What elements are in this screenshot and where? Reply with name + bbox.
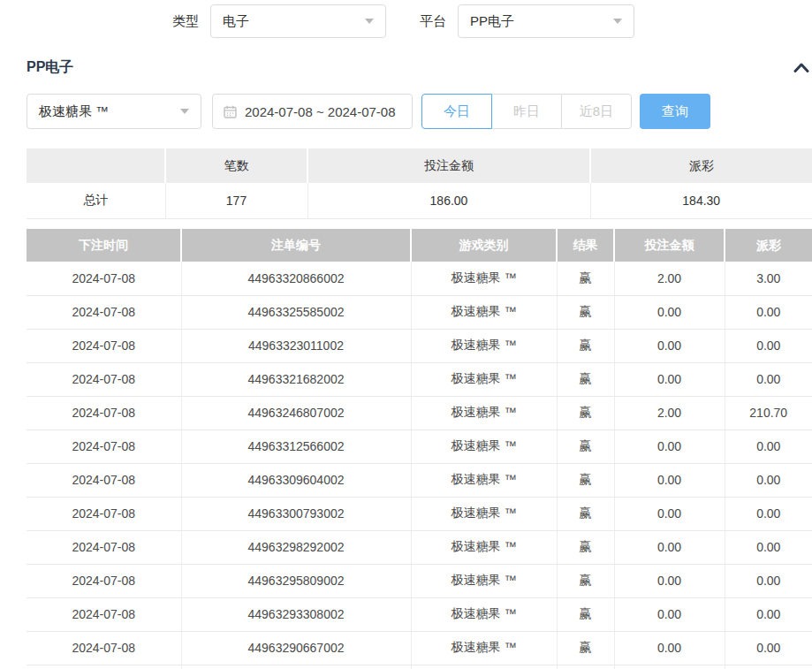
yesterday-button[interactable]: 昨日 [492,94,561,129]
bet-records-table: 下注时间 注单编号 游戏类别 结果 投注金额 派彩 2024-07-084496… [27,229,812,669]
controls-row: 极速糖果 ™ 2024-07-08 ~ 2024-07-08 今日 昨日 近8日… [0,94,812,129]
cell-payout: 0.00 [725,295,812,329]
cell-game-type [411,665,557,669]
bet-table-header-row: 下注时间 注单编号 游戏类别 结果 投注金额 派彩 [27,229,812,262]
cell-bet-amount: 0.00 [614,295,725,329]
cell-bet-id: 44963295809002 [181,564,411,597]
chevron-down-icon [365,19,374,24]
date-range-value: 2024-07-08 ~ 2024-07-08 [245,104,396,119]
cell-result: 赢 [557,463,614,497]
today-button[interactable]: 今日 [421,94,492,129]
cell-bet-time: 2024-07-08 [27,597,181,631]
summary-header-row: 笔数 投注金额 派彩 [27,148,812,183]
table-row: 2024-07-0844963312566002极速糖果 ™赢0.000.00 [27,430,812,463]
cell-bet-amount: 0.00 [614,564,725,597]
cell-game-type: 极速糖果 ™ [411,530,557,564]
cell-result: 赢 [557,329,614,362]
summary-header-bet-amount: 投注金额 [307,148,590,183]
cell-bet-amount: 0.00 [614,329,725,362]
header-result: 结果 [557,229,614,262]
cell-result: 赢 [557,396,614,430]
chevron-down-icon [613,19,622,24]
bet-table-body: 2024-07-0844963320866002极速糖果 ™赢2.003.002… [27,262,812,669]
cell-bet-id: 44963325585002 [181,295,411,329]
summary-table: 笔数 投注金额 派彩 总计 177 186.00 184.30 [27,148,812,219]
cell-payout: 0.00 [725,497,812,530]
cell-bet-time: 2024-07-08 [27,329,181,362]
cell-game-type: 极速糖果 ™ [411,564,557,597]
cell-bet-amount: 0.00 [614,530,725,564]
cell-result: 赢 [557,597,614,631]
summary-header-empty [27,148,165,183]
table-row: 2024-07-0844963300793002极速糖果 ™赢0.000.00 [27,497,812,530]
platform-label: 平台 [420,4,446,38]
collapse-section-button[interactable] [792,58,811,76]
cell-payout: 0.00 [725,597,812,631]
cell-bet-amount: 2.00 [614,262,725,295]
cell-game-type: 极速糖果 ™ [411,329,557,362]
table-row: 2024-07-0844963246807002极速糖果 ™赢2.00210.7… [27,396,812,430]
cell-bet-id: 44963321682002 [181,362,411,396]
cell-bet-amount: 0.00 [614,497,725,530]
cell-result: 赢 [557,631,614,665]
header-bet-id: 注单编号 [181,229,411,262]
cell-bet-amount: 0.00 [614,631,725,665]
cell-game-type: 极速糖果 ™ [411,463,557,497]
cell-payout [725,665,812,669]
cell-bet-amount [614,665,725,669]
cell-payout: 3.00 [725,262,812,295]
table-row: 2024-07-0844963293308002极速糖果 ™赢0.000.00 [27,597,812,631]
cell-bet-id: 44963309604002 [181,463,411,497]
cell-bet-amount: 2.00 [614,396,725,430]
cell-payout: 0.00 [725,463,812,497]
cell-payout: 0.00 [725,362,812,396]
last-8-days-button[interactable]: 近8日 [561,94,632,129]
cell-bet-amount: 0.00 [614,463,725,497]
cell-bet-id: 44963300793002 [181,497,411,530]
cell-bet-id: 44963320866002 [181,262,411,295]
cell-bet-id: 44963290667002 [181,631,411,665]
cell-result: 赢 [557,530,614,564]
summary-header-count: 笔数 [165,148,307,183]
cell-game-type: 极速糖果 ™ [411,262,557,295]
cell-game-type: 极速糖果 ™ [411,430,557,463]
summary-total-payout: 184.30 [590,183,812,218]
top-filter-row: 类型 电子 平台 PP电子 [0,4,812,38]
cell-result: 赢 [557,564,614,597]
summary-header-payout: 派彩 [590,148,812,183]
game-select[interactable]: 极速糖果 ™ [27,94,201,129]
cell-bet-time: 2024-07-08 [27,530,181,564]
header-game-type: 游戏类别 [411,229,557,262]
cell-bet-time: 2024-07-08 [27,396,181,430]
table-row: 2024-07-0844963321682002极速糖果 ™赢0.000.00 [27,362,812,396]
query-button[interactable]: 查询 [640,94,710,129]
cell-bet-amount: 0.00 [614,430,725,463]
summary-total-bet-amount: 186.00 [307,183,590,218]
cell-payout: 0.00 [725,631,812,665]
cell-result: 赢 [557,497,614,530]
table-row: 2024-07-0844963320866002极速糖果 ™赢2.003.00 [27,262,812,295]
type-select[interactable]: 电子 [210,4,386,38]
table-row: 2024-07-0844963309604002极速糖果 ™赢0.000.00 [27,463,812,497]
platform-select[interactable]: PP电子 [458,4,634,38]
cell-game-type: 极速糖果 ™ [411,295,557,329]
type-select-value: 电子 [223,13,249,30]
cell-bet-id: 44963298292002 [181,530,411,564]
date-range-picker[interactable]: 2024-07-08 ~ 2024-07-08 [212,94,413,129]
platform-select-value: PP电子 [470,13,514,30]
quick-range-button-group: 今日 昨日 近8日 [421,94,632,129]
cell-bet-time: 2024-07-08 [27,463,181,497]
cell-bet-time: 2024-07-08 [27,497,181,530]
cell-bet-time: 2024-07-08 [27,262,181,295]
header-bet-time: 下注时间 [27,229,181,262]
cell-bet-id: 44963312566002 [181,430,411,463]
cell-game-type: 极速糖果 ™ [411,497,557,530]
section-title: PP电子 [27,58,73,77]
cell-bet-id: 44963246807002 [181,396,411,430]
cell-payout: 0.00 [725,564,812,597]
chevron-up-icon [793,63,809,72]
game-select-value: 极速糖果 ™ [39,103,109,120]
cell-bet-time [27,665,181,669]
table-row-partial [27,665,812,669]
table-row: 2024-07-0844963325585002极速糖果 ™赢0.000.00 [27,295,812,329]
